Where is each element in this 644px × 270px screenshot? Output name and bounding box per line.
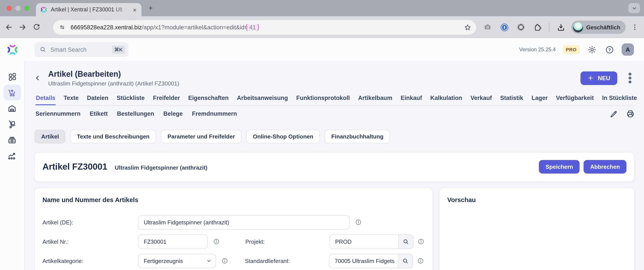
smart-search-input[interactable]: Smart Search ⌘K xyxy=(34,42,128,57)
window-zoom-button[interactable] xyxy=(24,6,29,11)
projekt-input[interactable] xyxy=(330,235,398,248)
article-card-subtitle: Ultraslim Fidgetspinner (anthrazit) xyxy=(115,164,208,171)
artikel-nr-input[interactable] xyxy=(138,234,208,249)
xentral-favicon-icon xyxy=(40,6,47,13)
standardlieferant-field xyxy=(329,253,413,268)
new-article-label: NEU xyxy=(598,75,610,82)
tab-lager[interactable]: Lager xyxy=(531,93,548,105)
tab-arbeitsanweisung[interactable]: Arbeitsanweisung xyxy=(236,93,288,105)
starburst-extension-icon[interactable] xyxy=(516,22,526,33)
tab-verfuegbarkeit[interactable]: Verfügbarkeit xyxy=(556,93,594,105)
projekt-field xyxy=(330,234,414,249)
tab-texte[interactable]: Texte xyxy=(63,93,79,105)
page-content: Artikel (Bearbeiten) Ultraslim Fidgetspi… xyxy=(24,61,644,270)
info-icon[interactable] xyxy=(221,257,228,264)
tab-bar-primary: Details Texte Dateien Stückliste Freifel… xyxy=(34,93,635,105)
sidebar-item-warehouse[interactable] xyxy=(3,100,21,116)
article-header-card: Artikel FZ30001 Ultraslim Fidgetspinner … xyxy=(34,152,635,182)
tab-etikett[interactable]: Etikett xyxy=(90,110,108,117)
sidebar-item-sales-cart[interactable] xyxy=(3,85,21,100)
tab-statistik[interactable]: Statistik xyxy=(500,93,524,105)
tab-seriennummern[interactable]: Seriennummern xyxy=(36,110,80,117)
browser-profile-button[interactable]: Geschäftlich xyxy=(571,21,626,34)
standardlieferant-search-icon[interactable] xyxy=(398,254,413,267)
help-icon[interactable]: ? xyxy=(604,44,615,55)
tab-close-icon[interactable]: × xyxy=(132,6,138,13)
forward-icon[interactable] xyxy=(18,22,27,33)
sidebar-item-logistics[interactable] xyxy=(3,116,21,132)
tab-freifelder[interactable]: Freifelder xyxy=(152,93,180,105)
xentral-app: Smart Search ⌘K Version 25.25.4 PRO ? A xyxy=(0,38,644,270)
pill-online-shop-optionen[interactable]: Online-Shop Optionen xyxy=(246,130,320,143)
info-icon[interactable] xyxy=(355,219,362,226)
artikelkategorie-select[interactable] xyxy=(138,253,216,268)
new-article-button[interactable]: NEU xyxy=(581,72,617,85)
page-kebab-menu-icon[interactable] xyxy=(625,73,635,84)
pill-parameter-und-freifelder[interactable]: Parameter und Freifelder xyxy=(161,130,242,143)
window-close-button[interactable] xyxy=(6,6,12,11)
tab-kalkulation[interactable]: Kalkulation xyxy=(430,93,463,105)
tab-belege[interactable]: Belege xyxy=(164,110,183,117)
pill-finanzbuchhaltung[interactable]: Finanzbuchhaltung xyxy=(325,130,390,143)
pill-artikel[interactable]: Artikel xyxy=(34,130,66,143)
standardlieferant-input[interactable] xyxy=(330,254,398,267)
tab-details[interactable]: Details xyxy=(36,93,56,105)
plus-icon xyxy=(588,75,594,81)
url-bar[interactable]: 66695828ea228.xentral.biz/app/x1?module=… xyxy=(53,20,476,35)
article-card-title: Artikel FZ30001 xyxy=(42,162,107,172)
edit-pencil-icon[interactable] xyxy=(610,110,618,118)
browser-tab-active[interactable]: Artikel | Xentral | FZ30001 Ult × xyxy=(36,3,142,16)
screen: Artikel | Xentral | FZ30001 Ult × + 6669… xyxy=(0,0,644,270)
save-button[interactable]: Speichern xyxy=(539,160,580,174)
pill-texte-und-beschreibungen[interactable]: Texte und Beschreibungen xyxy=(70,130,156,143)
projekt-search-icon[interactable] xyxy=(398,235,413,248)
window-controls xyxy=(6,6,29,11)
camera-extension-icon[interactable] xyxy=(482,22,493,33)
url-domain: 66695828ea228.xentral.biz xyxy=(70,24,142,31)
tab-dateien[interactable]: Dateien xyxy=(86,93,109,105)
cancel-button[interactable]: Abbrechen xyxy=(584,160,626,174)
tab-fremdnummern[interactable]: Fremdnummern xyxy=(192,110,237,117)
site-settings-icon[interactable] xyxy=(58,23,66,31)
tab-artikelbaum[interactable]: Artikelbaum xyxy=(358,93,393,105)
browser-menu-kebab-icon[interactable] xyxy=(631,22,639,33)
user-avatar[interactable]: A xyxy=(622,43,634,56)
reload-icon[interactable] xyxy=(32,22,41,33)
print-icon[interactable] xyxy=(626,109,635,118)
tab-stueckliste[interactable]: Stückliste xyxy=(116,93,145,105)
artikel-de-input[interactable] xyxy=(138,215,350,229)
search-placeholder: Smart Search xyxy=(50,46,112,53)
info-icon[interactable] xyxy=(417,257,424,264)
back-icon[interactable] xyxy=(4,22,13,33)
settings-gear-icon[interactable] xyxy=(586,44,597,55)
sidebar-item-statistics[interactable] xyxy=(3,148,21,163)
window-minimize-button[interactable] xyxy=(15,6,20,11)
plan-badge: PRO xyxy=(563,45,580,54)
info-icon[interactable] xyxy=(213,238,220,245)
bookmark-star-icon[interactable] xyxy=(464,23,472,31)
password-manager-icon[interactable] xyxy=(499,22,510,33)
tab-search-chevron-icon[interactable] xyxy=(628,3,640,13)
tab-verkauf[interactable]: Verkauf xyxy=(470,93,492,105)
sidebar-item-finance[interactable] xyxy=(3,132,21,148)
svg-text:?: ? xyxy=(608,47,611,52)
info-icon[interactable] xyxy=(418,238,424,245)
tab-bestellungen[interactable]: Bestellungen xyxy=(117,110,154,117)
app-header: Smart Search ⌘K Version 25.25.4 PRO ? A xyxy=(0,38,644,61)
back-chevron-icon[interactable] xyxy=(34,75,46,82)
new-tab-button[interactable]: + xyxy=(146,4,156,13)
sidebar-item-dashboard[interactable] xyxy=(3,69,21,85)
tab-einkauf[interactable]: Einkauf xyxy=(400,93,422,105)
url-path: /app/x1?module=artikel&action=edit&id= xyxy=(142,24,248,31)
version-label: Version 25.25.4 xyxy=(519,47,556,53)
app-main: Artikel (Bearbeiten) Ultraslim Fidgetspi… xyxy=(0,61,644,270)
tab-eigenschaften[interactable]: Eigenschaften xyxy=(188,93,229,105)
tab-funktionsprotokoll[interactable]: Funktionsprotokoll xyxy=(296,93,350,105)
downloads-icon[interactable] xyxy=(556,22,566,33)
chevron-down-icon xyxy=(202,258,216,264)
tab-title: Artikel | Xentral | FZ30001 Ult xyxy=(51,7,132,13)
extensions-puzzle-icon[interactable] xyxy=(532,22,543,33)
tab-in-stueckliste[interactable]: In Stückliste xyxy=(602,93,638,105)
sidebar-nav xyxy=(0,61,24,270)
xentral-logo-icon[interactable] xyxy=(0,44,24,56)
